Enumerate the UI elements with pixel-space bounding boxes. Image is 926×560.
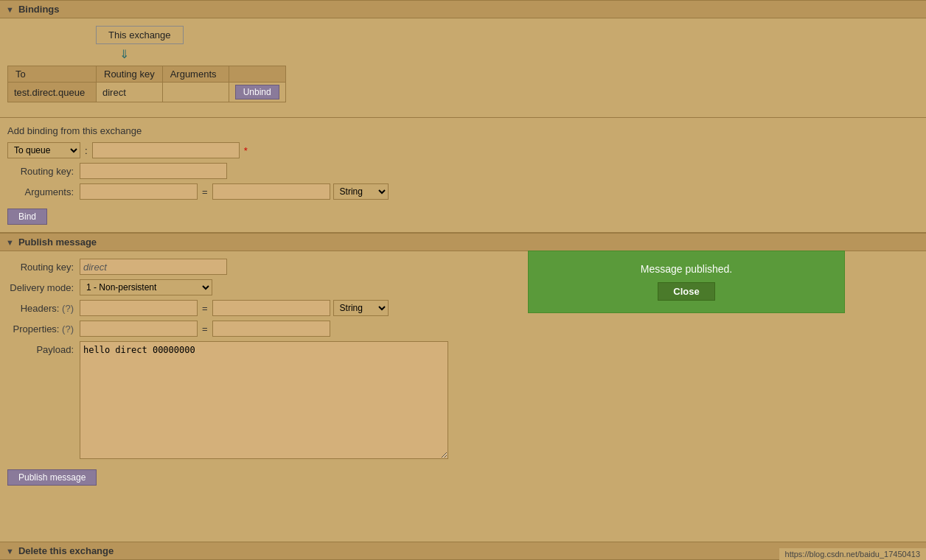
- binding-arguments: [162, 83, 229, 102]
- publish-message-button[interactable]: Publish message: [7, 469, 97, 486]
- delete-title: Delete this exchange: [18, 545, 114, 556]
- headers-type-select[interactable]: String Number Boolean: [333, 300, 389, 316]
- destination-type-select[interactable]: To queue To exchange: [7, 142, 80, 158]
- bindings-table: To Routing key Arguments test.direct.que…: [7, 66, 286, 102]
- headers-label: Headers: (?): [7, 303, 74, 314]
- col-to: To: [8, 66, 97, 83]
- bindings-section: ▼ Bindings This exchange ⇓ To Routing ke…: [0, 0, 926, 118]
- headers-equals: =: [202, 303, 208, 314]
- publish-title: Publish message: [18, 237, 97, 248]
- publish-header[interactable]: ▼ Publish message: [0, 233, 926, 251]
- properties-key-input[interactable]: [80, 321, 198, 337]
- delivery-mode-select[interactable]: 1 - Non-persistent 2 - Persistent: [80, 279, 212, 295]
- toast-close-button[interactable]: Close: [658, 282, 714, 301]
- routing-key-label: Routing key:: [7, 166, 74, 177]
- down-arrow-icon: ⇓: [119, 47, 919, 61]
- properties-value-input[interactable]: [212, 321, 330, 337]
- toast-message: Message published.: [543, 263, 829, 275]
- bindings-content: This exchange ⇓ To Routing key Arguments…: [0, 18, 926, 117]
- destination-input[interactable]: [92, 142, 240, 158]
- table-row: test.direct.queue direct Unbind: [8, 83, 286, 102]
- binding-to: test.direct.queue: [8, 83, 97, 102]
- required-star: *: [244, 145, 248, 156]
- binding-routing-key: direct: [97, 83, 163, 102]
- arguments-row: Arguments: = String Number Boolean: [7, 183, 919, 200]
- properties-row: Properties: (?) =: [7, 321, 919, 337]
- destination-row: To queue To exchange : *: [7, 142, 919, 158]
- delete-toggle-icon: ▼: [6, 547, 14, 556]
- url-bar: https://blog.csdn.net/baidu_17450413: [779, 548, 926, 560]
- pub-routing-key-input[interactable]: [80, 259, 227, 275]
- bind-button[interactable]: Bind: [7, 209, 47, 225]
- headers-key-input[interactable]: [80, 300, 198, 316]
- payload-label: Payload:: [7, 344, 74, 355]
- add-binding-section: Add binding from this exchange To queue …: [0, 118, 926, 233]
- equals-sign: =: [202, 186, 208, 197]
- col-arguments: Arguments: [162, 66, 229, 83]
- arg-value-input[interactable]: [212, 183, 330, 200]
- arg-type-select[interactable]: String Number Boolean: [333, 183, 389, 200]
- col-routing-key: Routing key: [97, 66, 163, 83]
- bindings-toggle-icon: ▼: [6, 5, 14, 14]
- headers-value-input[interactable]: [212, 300, 330, 316]
- publish-toggle-icon: ▼: [6, 238, 14, 247]
- toast-notification: Message published. Close: [528, 251, 845, 313]
- unbind-cell: Unbind: [229, 83, 285, 102]
- col-actions: [229, 66, 285, 83]
- this-exchange-box: This exchange: [96, 26, 184, 44]
- payload-textarea[interactable]: hello direct 00000000: [80, 341, 448, 459]
- properties-label: Properties: (?): [7, 323, 74, 335]
- routing-key-row: Routing key:: [7, 163, 919, 179]
- pub-routing-key-label: Routing key:: [7, 262, 74, 273]
- bindings-header[interactable]: ▼ Bindings: [0, 0, 926, 18]
- bindings-title: Bindings: [18, 4, 60, 15]
- properties-equals: =: [202, 323, 208, 335]
- arguments-label: Arguments:: [7, 186, 74, 197]
- unbind-button[interactable]: Unbind: [235, 85, 279, 99]
- arg-key-input[interactable]: [80, 183, 198, 200]
- add-binding-title: Add binding from this exchange: [7, 125, 919, 136]
- delivery-mode-label: Delivery mode:: [7, 282, 74, 293]
- binding-routing-key-input[interactable]: [80, 163, 227, 179]
- payload-row: Payload: hello direct 00000000: [7, 341, 919, 459]
